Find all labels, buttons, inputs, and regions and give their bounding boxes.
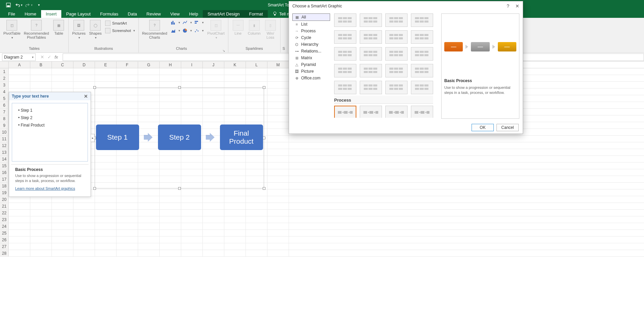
column-header[interactable]: E [95, 62, 117, 68]
help-icon[interactable]: ? [507, 3, 509, 9]
cell[interactable] [95, 216, 117, 223]
resize-handle[interactable] [178, 86, 181, 89]
cell[interactable] [203, 189, 224, 196]
cell[interactable] [267, 223, 289, 229]
resize-handle[interactable] [263, 187, 265, 190]
cell[interactable] [95, 189, 117, 196]
smartart-button[interactable]: SmartArt [105, 20, 135, 27]
cell[interactable] [203, 230, 224, 236]
cell[interactable] [117, 243, 138, 250]
tab-data[interactable]: Data [123, 10, 141, 18]
cell[interactable] [73, 223, 95, 229]
recommended-pivottables-button[interactable]: ?Recommended PivotTables [23, 19, 51, 40]
cell[interactable] [246, 223, 267, 229]
cell[interactable] [224, 196, 246, 203]
pivotchart-button[interactable]: ◫PivotChart▾ [206, 19, 226, 40]
cell[interactable] [9, 82, 30, 88]
cell[interactable] [160, 243, 181, 250]
cancel-formula-icon[interactable]: ✕ [40, 55, 44, 60]
gallery-scroll[interactable]: Process [333, 13, 439, 118]
smartart-canvas[interactable]: ▸ Step 1 Step 2 Final Product [95, 87, 264, 188]
column-header[interactable]: G [138, 62, 160, 68]
pie-chart-icon[interactable] [182, 28, 188, 33]
textpane-list[interactable]: • Step 1 • Step 2 • Final Product [12, 103, 88, 162]
cell[interactable] [52, 210, 73, 216]
cell[interactable] [267, 156, 289, 162]
category-item[interactable]: ⌬Hierarchy [292, 41, 330, 48]
cell[interactable] [117, 196, 138, 203]
cell[interactable] [267, 203, 289, 209]
sparkline-winloss-button[interactable]: ▯Win/ Loss [263, 19, 278, 40]
tab-view[interactable]: View [165, 10, 184, 18]
cell[interactable] [117, 216, 138, 223]
cell[interactable] [52, 243, 73, 250]
row-header[interactable]: 11 [0, 136, 9, 142]
cell[interactable] [267, 136, 289, 142]
cell[interactable] [160, 203, 181, 209]
cell[interactable] [267, 163, 289, 169]
cell[interactable] [224, 230, 246, 236]
smartart-thumb[interactable] [411, 81, 433, 94]
cell[interactable] [181, 203, 203, 209]
tab-smartart-design[interactable]: SmartArt Design [203, 10, 244, 18]
row-header[interactable]: 28 [0, 250, 9, 256]
cell[interactable] [73, 210, 95, 216]
cell[interactable] [95, 230, 117, 236]
row-header[interactable]: 8 [0, 115, 9, 122]
cell[interactable] [9, 216, 30, 223]
row-header[interactable]: 19 [0, 189, 9, 196]
cell[interactable] [181, 230, 203, 236]
cell[interactable] [95, 68, 117, 75]
cell[interactable] [73, 75, 95, 81]
cell[interactable] [160, 250, 181, 256]
cell[interactable] [160, 237, 181, 243]
cell[interactable] [9, 196, 30, 203]
cell[interactable] [95, 237, 117, 243]
category-item[interactable]: →Process [292, 28, 330, 34]
line-chart-icon[interactable] [182, 20, 188, 25]
cell[interactable] [30, 237, 52, 243]
area-chart-icon[interactable] [170, 28, 176, 33]
fx-icon[interactable]: fx [55, 55, 58, 60]
cell[interactable] [160, 230, 181, 236]
cancel-button[interactable]: Cancel [496, 124, 519, 131]
cell[interactable] [117, 250, 138, 256]
smartart-thumb[interactable] [334, 106, 356, 118]
smartart-thumb[interactable] [411, 13, 433, 27]
cell[interactable] [267, 75, 289, 81]
cell[interactable] [267, 169, 289, 176]
tab-page-layout[interactable]: Page Layout [61, 10, 95, 18]
smartart-thumb[interactable] [411, 106, 433, 118]
column-header[interactable]: J [203, 62, 224, 68]
cell[interactable] [246, 243, 267, 250]
screenshot-button[interactable]: Screenshot▾ [105, 27, 135, 34]
row-header[interactable]: 12 [0, 142, 9, 149]
cell[interactable] [267, 149, 289, 155]
cell[interactable] [52, 216, 73, 223]
smartart-thumb[interactable] [360, 81, 382, 94]
cell[interactable] [52, 196, 73, 203]
cell[interactable] [267, 82, 289, 88]
cell[interactable] [73, 196, 95, 203]
cell[interactable] [95, 203, 117, 209]
sparkline-column-button[interactable]: ▮Column [247, 19, 262, 36]
close-icon[interactable]: ✕ [515, 3, 519, 9]
cell[interactable] [138, 237, 160, 243]
cell[interactable] [117, 210, 138, 216]
column-header[interactable]: C [52, 62, 73, 68]
row-header[interactable]: 25 [0, 230, 9, 236]
cell[interactable] [30, 82, 52, 88]
smartart-box[interactable]: Step 1 [96, 124, 139, 150]
resize-handle[interactable] [263, 86, 265, 89]
cell[interactable] [181, 68, 203, 75]
tab-insert[interactable]: Insert [41, 10, 62, 18]
textpane-toggle[interactable]: ▸ [91, 134, 95, 142]
smartart-thumb[interactable] [334, 47, 356, 61]
cell[interactable] [30, 216, 52, 223]
column-header[interactable]: M [267, 62, 289, 68]
cell[interactable] [246, 230, 267, 236]
cell[interactable] [224, 250, 246, 256]
column-header[interactable]: H [160, 62, 181, 68]
cell[interactable] [224, 189, 246, 196]
cell[interactable] [9, 237, 30, 243]
